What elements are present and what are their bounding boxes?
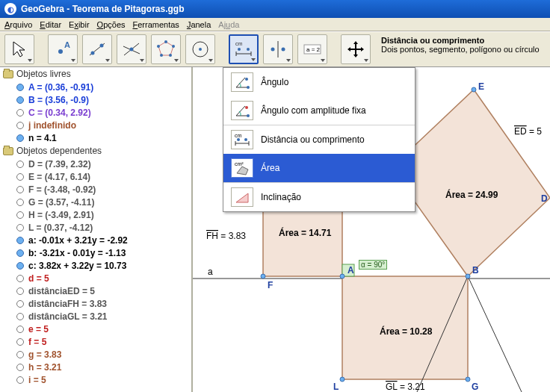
tree-item[interactable]: i = 5 [0, 373, 191, 386]
object-label: distânciaED = 5 [28, 286, 95, 296]
svg-point-9 [164, 40, 167, 43]
menu-janela[interactable]: Janela [187, 20, 211, 29]
svg-text:D: D [541, 193, 548, 204]
visibility-bullet[interactable] [16, 313, 24, 320]
dropdown-item-area[interactable]: cm² Área [223, 154, 415, 182]
tree-item[interactable]: d = 5 [0, 272, 191, 284]
visibility-bullet[interactable] [16, 338, 24, 346]
tool-point[interactable]: A [48, 34, 78, 64]
menu-opcoes[interactable]: Opções [97, 20, 126, 29]
visibility-bullet[interactable] [16, 249, 24, 257]
dropdown-label: Ângulo [261, 77, 288, 87]
svg-point-52 [247, 86, 250, 89]
menu-arquivo[interactable]: Arquivo [4, 20, 32, 29]
visibility-bullet[interactable] [16, 199, 24, 206]
tree-item[interactable]: c: 3.82x + 3.22y = 10.73 [0, 259, 191, 272]
menu-ferramentas[interactable]: Ferramentas [133, 20, 179, 29]
tree-item[interactable]: B = (3.56, -0.9) [0, 93, 191, 106]
visibility-bullet[interactable] [16, 262, 24, 270]
dropdown-item-distancia[interactable]: cm Distância ou comprimento [223, 125, 415, 154]
menu-exibir[interactable]: Exibir [69, 20, 90, 29]
tree-item[interactable]: distânciaED = 5 [0, 284, 191, 297]
app-icon: ◐ [4, 3, 16, 15]
visibility-bullet[interactable] [16, 326, 24, 333]
tool-measure[interactable]: cm [229, 34, 259, 64]
dropdown-item-angulo-fixo[interactable]: Ângulo com amplitude fixa [223, 96, 415, 125]
tool-circle[interactable] [185, 34, 215, 64]
tree-item[interactable]: distânciaFH = 3.83 [0, 297, 191, 310]
visibility-bullet[interactable] [16, 109, 24, 116]
visibility-bullet[interactable] [16, 161, 24, 168]
tool-ray[interactable] [117, 34, 146, 64]
tree-item[interactable]: D = (7.39, 2.32) [0, 158, 191, 170]
svg-text:Área = 14.71: Área = 14.71 [279, 227, 332, 238]
svg-marker-59 [237, 167, 248, 175]
tool-reflect[interactable] [263, 34, 293, 64]
visibility-bullet[interactable] [16, 364, 24, 371]
tree-item[interactable]: g = 3.83 [0, 348, 191, 361]
tool-line[interactable] [82, 34, 112, 64]
tree-item[interactable]: A = (0.36, -0.91) [0, 81, 191, 93]
object-label: C = (0.34, 2.92) [28, 108, 91, 118]
tool-text[interactable]: a = 2 [297, 34, 327, 64]
svg-text:cm: cm [235, 133, 242, 138]
tree-item[interactable]: C = (0.34, 2.92) [0, 106, 191, 119]
visibility-bullet[interactable] [16, 96, 24, 104]
tool-desc-sub: Dois pontos, segmento, polígono ou círcu… [381, 45, 546, 54]
svg-point-20 [271, 48, 275, 52]
visibility-bullet[interactable] [16, 84, 24, 91]
svg-text:Área = 24.99: Área = 24.99 [445, 189, 498, 200]
tree-item[interactable]: f = 5 [0, 335, 191, 348]
visibility-bullet[interactable] [16, 122, 24, 129]
tree-item[interactable]: j indefinido [0, 119, 191, 131]
tree-item[interactable]: F = (-3.48, -0.92) [0, 183, 191, 196]
menu-editar[interactable]: Editar [40, 20, 61, 29]
tool-description: Distância ou comprimento Dois pontos, se… [375, 34, 546, 54]
visibility-bullet[interactable] [16, 275, 24, 282]
measure-dropdown: Ângulo Ângulo com amplitude fixa cm Dist… [223, 67, 415, 212]
visibility-bullet[interactable] [16, 224, 24, 231]
svg-text:E: E [478, 81, 484, 92]
tree-item[interactable]: distânciaGL = 3.21 [0, 310, 191, 323]
svg-text:A: A [347, 265, 354, 276]
visibility-bullet[interactable] [16, 376, 24, 384]
visibility-bullet[interactable] [16, 351, 24, 358]
titlebar: ◐ GeoGebra - Teorema de Pitagoras.ggb [0, 0, 550, 18]
svg-point-10 [172, 45, 175, 48]
dependent-objects-header[interactable]: Objetos dependentes [0, 144, 191, 158]
tool-move-view[interactable] [341, 34, 371, 64]
reflect-icon [268, 39, 288, 60]
visibility-bullet[interactable] [16, 237, 24, 244]
visibility-bullet[interactable] [16, 287, 24, 295]
visibility-bullet[interactable] [16, 211, 24, 219]
tree-item[interactable]: e = 5 [0, 323, 191, 335]
angle-icon [231, 72, 253, 92]
svg-text:L: L [333, 382, 339, 392]
toolbar: A cm a = 2 Distância ou comprimento Dois… [0, 31, 550, 67]
visibility-bullet[interactable] [16, 173, 24, 181]
svg-point-0 [58, 49, 63, 54]
menu-ajuda[interactable]: Ajuda [218, 20, 239, 29]
svg-point-3 [91, 52, 95, 55]
free-objects-header[interactable]: Objetos livres [0, 67, 191, 81]
visibility-bullet[interactable] [16, 134, 24, 142]
svg-point-51 [245, 78, 248, 81]
algebra-view[interactable]: Objetos livres A = (0.36, -0.91)B = (3.5… [0, 67, 193, 392]
tree-item[interactable]: h = 3.21 [0, 361, 191, 373]
tool-pointer[interactable] [4, 34, 34, 64]
tree-item[interactable]: G = (3.57, -4.11) [0, 196, 191, 208]
tree-item[interactable]: n = 4.1 [0, 131, 191, 144]
visibility-bullet[interactable] [16, 186, 24, 193]
tree-item[interactable]: b: -3.21x - 0.01y = -1.13 [0, 246, 191, 259]
tree-item[interactable]: E = (4.17, 6.14) [0, 170, 191, 183]
tree-item[interactable]: L = (0.37, -4.12) [0, 221, 191, 234]
dropdown-item-inclinacao[interactable]: Inclinação [223, 183, 415, 211]
tree-item[interactable]: a: -0.01x + 3.21y = -2.92 [0, 234, 191, 246]
visibility-bullet[interactable] [16, 300, 24, 308]
svg-point-7 [130, 48, 134, 52]
line-icon [87, 39, 108, 60]
tool-polygon[interactable] [151, 34, 181, 64]
dropdown-item-angulo[interactable]: Ângulo [223, 68, 415, 96]
svg-point-18 [247, 48, 250, 51]
tree-item[interactable]: H = (-3.49, 2.91) [0, 208, 191, 221]
